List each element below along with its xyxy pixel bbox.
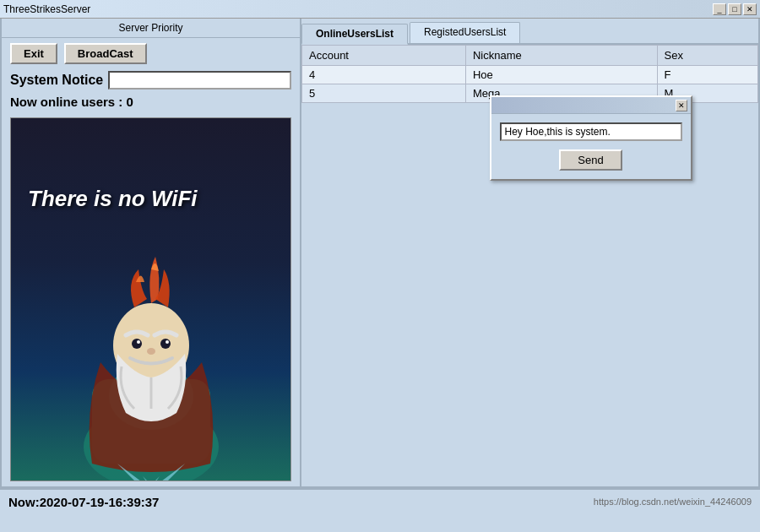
minimize-button[interactable]: _	[713, 3, 726, 15]
system-notice-label: System Notice	[10, 73, 103, 88]
window-title: ThreeStrikesServer	[3, 3, 90, 15]
status-time: Now:2020-07-19-16:39:37	[8, 495, 159, 509]
svg-point-4	[132, 339, 142, 349]
main-container: Server Priority Exit BroadCast System No…	[0, 19, 760, 488]
table-cell-account: 4	[302, 66, 466, 84]
svg-point-8	[147, 348, 155, 355]
broadcast-dialog: ✕ Send	[490, 95, 692, 181]
character-image	[67, 244, 236, 480]
dialog-body: Send	[491, 114, 691, 179]
image-area: There is no WiFi	[10, 117, 291, 481]
table-container: Account Nickname Sex 4HoeF5MegaM	[301, 45, 758, 103]
col-header-sex: Sex	[657, 46, 757, 66]
table-cell-account: 5	[302, 84, 466, 103]
right-panel: OnlineUsersList RegistedUsersList Accoun…	[301, 19, 758, 486]
svg-point-6	[137, 340, 140, 344]
system-notice-row: System Notice	[2, 69, 300, 91]
system-notice-input[interactable]	[108, 71, 291, 90]
left-panel: Server Priority Exit BroadCast System No…	[2, 19, 301, 486]
button-row: Exit BroadCast	[2, 38, 300, 69]
dialog-send-button[interactable]: Send	[559, 149, 622, 171]
svg-point-5	[160, 339, 171, 349]
tab-online-users[interactable]: OnlineUsersList	[301, 24, 408, 45]
right-content: Account Nickname Sex 4HoeF5MegaM ✕	[301, 45, 758, 486]
dialog-title-bar: ✕	[491, 97, 691, 114]
server-priority-bar: Server Priority	[2, 19, 300, 38]
dialog-close-button[interactable]: ✕	[676, 100, 687, 111]
title-bar: ThreeStrikesServer _ □ ✕	[0, 0, 760, 19]
online-users-label: Now online users : 0	[2, 91, 300, 112]
svg-point-7	[166, 340, 169, 344]
tab-bar: OnlineUsersList RegistedUsersList	[301, 19, 758, 45]
server-priority-label: Server Priority	[118, 22, 182, 34]
exit-button[interactable]: Exit	[10, 43, 57, 64]
dialog-overlay: ✕ Send	[490, 95, 692, 181]
tab-registered-users[interactable]: RegistedUsersList	[410, 22, 520, 43]
dialog-message-input[interactable]	[500, 122, 682, 141]
col-header-nickname: Nickname	[465, 46, 657, 66]
status-bar: Now:2020-07-19-16:39:37 https://blog.csd…	[0, 488, 760, 513]
col-header-account: Account	[302, 46, 466, 66]
table-row: 4HoeF	[302, 66, 758, 84]
table-cell-sex: F	[657, 66, 757, 84]
user-table: Account Nickname Sex 4HoeF5MegaM	[301, 45, 758, 103]
broadcast-button[interactable]: BroadCast	[64, 43, 147, 64]
table-cell-nickname: Hoe	[465, 66, 657, 84]
status-url: https://blog.csdn.net/weixin_44246009	[594, 497, 752, 507]
window-controls: _ □ ✕	[713, 3, 757, 15]
wifi-text: There is no WiFi	[28, 186, 198, 212]
maximize-button[interactable]: □	[728, 3, 741, 15]
close-button[interactable]: ✕	[743, 3, 757, 15]
